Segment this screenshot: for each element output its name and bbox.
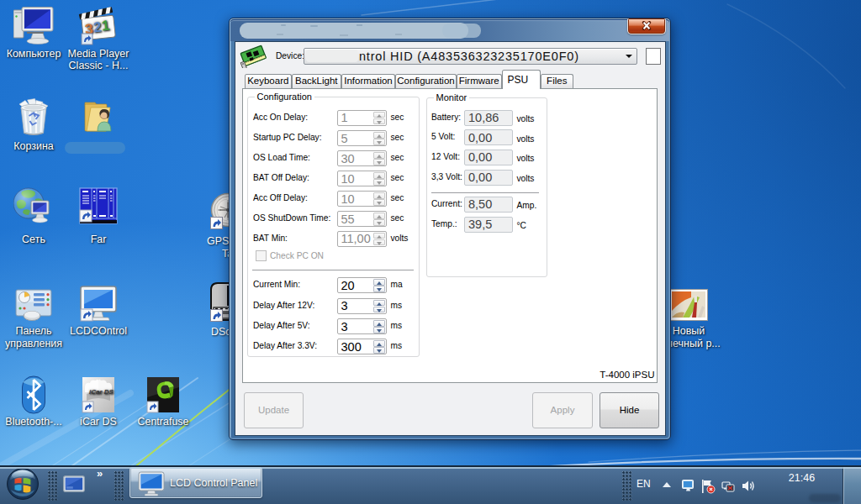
svg-text:1: 1 xyxy=(101,18,110,34)
svg-text:iCar DS: iCar DS xyxy=(89,388,114,396)
